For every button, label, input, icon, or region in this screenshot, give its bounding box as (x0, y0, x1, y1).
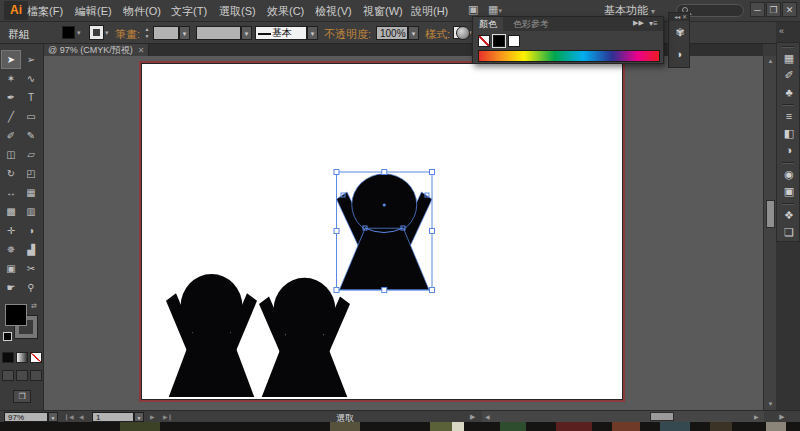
canvas[interactable] (44, 56, 763, 410)
menu-file[interactable]: 檔案(F) (27, 4, 63, 19)
tool-eyedropper[interactable]: ✛ (1, 221, 21, 240)
close-button[interactable]: ✕ (782, 2, 797, 17)
vertical-scrollbar[interactable]: ▲ ▼ (763, 56, 776, 410)
stroke-weight-input[interactable] (153, 26, 179, 40)
color-spectrum-bar[interactable] (478, 50, 660, 62)
dock-grip[interactable] (782, 104, 794, 106)
draw-inside-button[interactable] (30, 370, 42, 381)
panel-gradient-icon[interactable]: ◧ (777, 125, 800, 142)
vertical-scroll-thumb[interactable] (766, 200, 775, 228)
recolor-artwork-icon[interactable] (456, 26, 470, 40)
tool-slice[interactable]: ✂ (21, 259, 41, 278)
tool-direct-selection[interactable]: ➢ (21, 50, 41, 69)
fill-indicator[interactable] (5, 304, 27, 326)
tool-lasso[interactable]: ∿ (21, 69, 41, 88)
panel-graphic-styles-icon[interactable]: ▣ (777, 183, 800, 200)
tool-eraser[interactable]: ▱ (21, 145, 41, 164)
tool-column-graph[interactable]: ▟ (21, 240, 41, 259)
tool-rectangle[interactable]: ▭ (21, 107, 41, 126)
tool-pen[interactable]: ✒ (1, 88, 21, 107)
panel-swatches-icon[interactable]: ▦ (777, 50, 800, 67)
menu-view[interactable]: 檢視(V) (315, 4, 352, 19)
draw-behind-button[interactable] (16, 370, 28, 381)
gradient-button[interactable] (16, 352, 28, 363)
tool-selection[interactable]: ➤ (1, 50, 21, 69)
menu-effect[interactable]: 效果(C) (267, 4, 304, 19)
panel-appearance-icon[interactable]: ◉ (777, 166, 800, 183)
tool-width[interactable]: ↔ (1, 183, 21, 202)
tool-perspective-grid[interactable]: ▩ (1, 202, 21, 221)
handle-bottom-right[interactable] (430, 288, 435, 293)
brush-definition-select[interactable]: 基本 (255, 26, 307, 40)
panel-layers-icon[interactable]: ❖ (777, 207, 800, 224)
white-swatch[interactable] (508, 35, 520, 47)
style-label[interactable]: 樣式: (425, 27, 450, 42)
stroke-weight-label[interactable]: 筆畫: (115, 27, 140, 42)
stroke-color-dropdown[interactable]: ▾ (90, 26, 109, 39)
handle-middle-right[interactable] (430, 229, 435, 234)
last-artboard-icon[interactable]: ▶❙ (163, 413, 173, 420)
handle-bottom-center[interactable] (382, 288, 387, 293)
swap-fill-stroke-icon[interactable]: ⇄ (31, 302, 37, 310)
mini-dock-header[interactable]: ◂◂ ✕ (669, 13, 689, 21)
panel-menu-icon[interactable]: ▾≡ (649, 19, 658, 28)
width-profile-select[interactable] (196, 26, 241, 40)
tool-magic-wand[interactable]: ✶ (1, 69, 21, 88)
minimize-button[interactable]: ─ (750, 2, 765, 17)
bridge-icon[interactable]: ▣ (468, 3, 478, 16)
expand-panels-icon[interactable]: « (779, 26, 784, 36)
tool-rotate[interactable]: ↻ (1, 164, 21, 183)
previous-artboard-icon[interactable]: ◀ (79, 413, 84, 420)
handle-top-right[interactable] (430, 170, 435, 175)
opacity-input[interactable]: 100% (376, 26, 408, 40)
brush-definition-caret[interactable]: ▼ (307, 26, 318, 40)
artboard-number-caret[interactable]: ▼ (134, 412, 144, 422)
tab-color-guide[interactable]: 色彩參考 (507, 17, 555, 31)
menu-window[interactable]: 視窗(W) (363, 4, 403, 19)
tool-mesh[interactable]: ▦ (21, 183, 41, 202)
tool-hand[interactable]: ☛ (1, 278, 21, 297)
menu-select[interactable]: 選取(S) (219, 4, 256, 19)
default-fill-stroke-icon[interactable] (3, 332, 12, 341)
draw-normal-button[interactable] (2, 370, 14, 381)
tool-shape-builder[interactable]: ◫ (1, 145, 21, 164)
handle-top-left[interactable] (334, 170, 339, 175)
restore-button[interactable]: ❐ (766, 2, 781, 17)
menu-edit[interactable]: 編輯(E) (75, 4, 112, 19)
dock-grip[interactable] (782, 162, 794, 164)
screen-mode-button[interactable]: ❐ (13, 390, 31, 403)
color-wheel-icon[interactable]: ✾ (669, 23, 691, 41)
handle-middle-left[interactable] (334, 229, 339, 234)
tool-type[interactable]: T (21, 88, 41, 107)
person-figure-2[interactable] (259, 278, 350, 397)
tool-artboard[interactable]: ▣ (1, 259, 21, 278)
scroll-left-icon[interactable]: ◀ (485, 413, 490, 420)
swatch-shape-icon[interactable]: ◗ (669, 45, 691, 63)
document-tab[interactable]: @ 97% (CMYK/預視)✕ (44, 44, 149, 56)
artboard-number-input[interactable]: 1 (92, 412, 134, 422)
tool-scale[interactable]: ◰ (21, 164, 41, 183)
fill-stroke-indicator[interactable]: ⇄ (0, 302, 44, 348)
arrange-documents-icon[interactable]: ▦▾ (488, 3, 502, 16)
handle-bottom-left[interactable] (334, 288, 339, 293)
panel-stroke-icon[interactable]: ≡ (777, 108, 800, 125)
tab-close-icon[interactable]: ✕ (138, 46, 145, 55)
menu-help[interactable]: 說明(H) (411, 4, 448, 19)
none-button[interactable] (30, 352, 42, 363)
cycle-color-modes-icon[interactable]: ▶▶ (633, 19, 644, 27)
black-swatch[interactable] (493, 35, 505, 47)
scroll-right-icon[interactable]: ▶ (754, 413, 759, 420)
tool-zoom[interactable]: ⚲ (21, 278, 41, 297)
horizontal-scroll-thumb[interactable] (650, 412, 674, 421)
none-swatch[interactable] (478, 35, 490, 47)
panel-artboards-icon[interactable]: ❏ (777, 224, 800, 241)
tool-gradient[interactable]: ▥ (21, 202, 41, 221)
opacity-label[interactable]: 不透明度: (324, 27, 371, 42)
handle-top-center[interactable] (382, 170, 387, 175)
tool-paintbrush[interactable]: ✐ (1, 126, 21, 145)
dock-grip[interactable] (782, 46, 794, 48)
menu-type[interactable]: 文字(T) (171, 4, 207, 19)
zoom-level-input[interactable]: 97% (4, 412, 48, 422)
tab-color[interactable]: 顏色 (473, 17, 503, 31)
next-artboard-icon[interactable]: ▶ (150, 413, 155, 420)
